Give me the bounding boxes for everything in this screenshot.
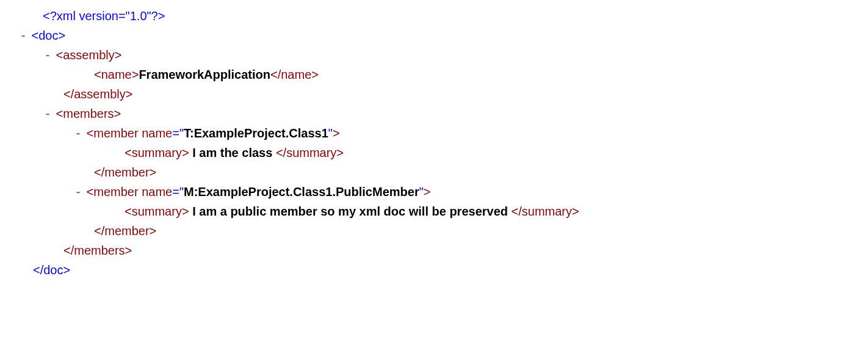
summary-close-1: </summary> [276,146,344,159]
member2-open-line: - <member name="M:ExampleProject.Class1.… [18,182,850,202]
member1-summary-line: <summary> I am the class </summary> [18,143,850,162]
member2-summary-line: <summary> I am a public member so my xml… [18,202,850,221]
member1-open-line: - <member name="T:ExampleProject.Class1"… [18,123,850,143]
assembly-open-tag: <assembly> [56,48,122,62]
member2-open-start: <member [87,185,139,198]
member2-close-line: </member> [18,221,850,241]
summary-open-2: <summary> [125,205,189,218]
name-open-tag: <name> [94,68,139,81]
toggle-members[interactable]: - [43,104,52,123]
members-close-line: </members> [18,241,850,260]
assembly-close-tag: </assembly> [63,87,132,101]
member1-attr-name: name [142,126,172,140]
member2-close-tag: </member> [94,224,156,238]
toggle-doc[interactable]: - [18,26,28,45]
doc-close-tag: </doc> [33,263,70,277]
member1-close-tag: </member> [94,166,156,179]
member1-open-start: <member [87,126,139,140]
name-close-tag: </name> [270,68,319,81]
assembly-name-value: FrameworkApplication [139,68,270,81]
xml-declaration: <?xml version="1.0"?> [18,6,850,26]
assembly-close-line: </assembly> [18,84,850,104]
doc-close-line: </doc> [18,260,850,280]
members-close-tag: </members> [63,244,132,257]
summary-open-1: <summary> [125,146,189,159]
members-open-line: - <members> [18,104,850,123]
doc-open-tag: <doc> [32,29,66,42]
member2-attr-name: name [142,185,172,198]
summary-close-2: </summary> [512,205,579,218]
member1-close-line: </member> [18,162,850,182]
toggle-member2[interactable]: - [73,182,83,202]
member2-name-value: M:ExampleProject.Class1.PublicMember [184,185,419,198]
members-open-tag: <members> [56,107,121,120]
name-line: <name>FrameworkApplication</name> [18,65,850,84]
member1-name-value: T:ExampleProject.Class1 [184,126,328,140]
member2-summary-value: I am a public member so my xml doc will … [189,205,512,218]
xml-decl-text: <?xml version="1.0"?> [43,9,165,23]
assembly-open-line: - <assembly> [18,45,850,65]
toggle-member1[interactable]: - [73,123,83,143]
doc-open-line: - <doc> [18,26,850,45]
member1-summary-value: I am the class [189,146,276,159]
toggle-assembly[interactable]: - [43,45,52,65]
